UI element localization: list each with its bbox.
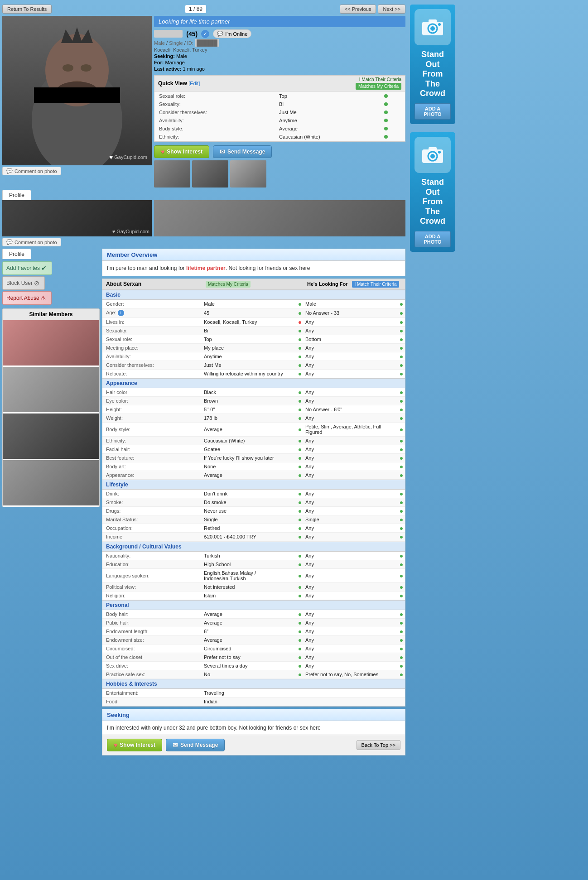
detail-label: Best feature: <box>102 454 202 462</box>
report-abuse-button[interactable]: Report Abuse ⚠ <box>2 291 52 305</box>
comment-on-photo-button[interactable]: 💬 Comment on photo <box>2 167 61 175</box>
similar-member-2[interactable] <box>3 367 99 412</box>
block-icon: ⊘ <box>33 279 41 287</box>
watermark: ♥ GayCupid.com <box>109 154 147 161</box>
detail-value: None <box>202 462 296 471</box>
profile-tab-small[interactable]: Profile <box>2 249 31 259</box>
profile-tabs: Profile <box>2 190 405 200</box>
looking-value <box>304 692 398 694</box>
looking-dot: ● <box>400 300 403 308</box>
return-to-results-button[interactable]: Return To Results <box>2 5 52 14</box>
looking-value: Any <box>304 344 398 352</box>
send-message-button[interactable]: ✉ Send Message <box>213 145 272 158</box>
detail-label: Availability: <box>102 352 202 361</box>
svg-rect-17 <box>429 147 437 150</box>
show-interest-button[interactable]: ♥ Show Interest <box>154 145 209 158</box>
match-dot-cell: ● <box>296 309 304 317</box>
table-row: Lives in: Kocaeli, Kocaeli, Turkey ● Any… <box>102 318 405 327</box>
detail-label: Drink: <box>102 490 202 498</box>
left-sidebar: Profile Add Favorites ✔ Block User ⊘ Rep… <box>2 249 100 755</box>
info-icon[interactable]: i <box>118 310 124 316</box>
next-button[interactable]: Next >> <box>378 5 405 14</box>
looking-value: Any <box>304 437 398 445</box>
table-row: Nationality: Turkish ● Any ● <box>102 552 405 560</box>
looking-dot-cell: ● <box>398 516 405 523</box>
similar-member-3[interactable] <box>3 414 99 459</box>
lifestyle-subsection-header: Lifestyle <box>102 480 405 490</box>
profile-tab[interactable]: Profile <box>2 190 31 200</box>
match-dot-cell: ● <box>296 524 304 532</box>
looking-dot: ● <box>400 426 403 433</box>
match-dot-cell: ● <box>296 426 304 433</box>
comment-on-photo-2-button[interactable]: 💬 Comment on photo <box>2 238 61 246</box>
similar-member-4[interactable] <box>3 460 99 505</box>
detail-value: Average <box>202 619 296 627</box>
qv-label: Sexual role: <box>155 92 275 100</box>
looking-dot: ● <box>400 583 403 591</box>
match-dot-cell: ● <box>296 336 304 343</box>
back-to-top-button[interactable]: Back To Top >> <box>357 740 400 750</box>
bottom-send-message-button[interactable]: ✉ Send Message <box>166 739 225 751</box>
bottom-show-interest-button[interactable]: ♥ Show Interest <box>107 739 162 751</box>
match-dot: ● <box>298 507 302 515</box>
match-dot-cell: ● <box>296 389 304 396</box>
profile-photo: ♥ GayCupid.com <box>2 16 152 165</box>
matches-my-criteria-header: Matches My Criteria <box>202 279 304 289</box>
detail-label: Nationality: <box>102 552 202 560</box>
match-dot: ● <box>298 397 302 404</box>
table-row: Education: High School ● Any ● <box>102 560 405 569</box>
quick-view-table: Sexual role: Top Sexuality: Bi Consider … <box>154 91 405 141</box>
match-dot: ● <box>298 533 302 540</box>
block-user-button[interactable]: Block User ⊘ <box>2 276 45 290</box>
qv-label: Consider themselves: <box>155 109 275 116</box>
looking-dot-cell: ● <box>398 662 405 669</box>
add-photo-button-1[interactable]: ADD A PHOTO <box>414 103 451 120</box>
match-dot-cell: ● <box>296 619 304 626</box>
thumbnail-1[interactable] <box>154 160 190 188</box>
basic-subsection-header: Basic <box>102 290 405 300</box>
detail-value: Goatee <box>202 445 296 453</box>
prev-button[interactable]: << Previous <box>340 5 376 14</box>
looking-dot-cell: ● <box>398 446 405 453</box>
for-row: For: Marriage <box>154 60 405 65</box>
looking-value: Any <box>304 471 398 479</box>
detail-value: Top <box>202 335 296 343</box>
qv-label: Body style: <box>155 125 275 132</box>
looking-dot-cell: ● <box>398 300 405 308</box>
table-row: Body art: None ● Any ● <box>102 462 405 471</box>
qv-dot <box>381 92 404 100</box>
detail-value: High School <box>202 560 296 568</box>
main-layout-row: Profile Add Favorites ✔ Block User ⊘ Rep… <box>2 249 405 755</box>
add-photo-button-2[interactable]: ADD A PHOTO <box>414 231 451 247</box>
looking-dot: ● <box>400 446 403 453</box>
looking-dot: ● <box>400 471 403 479</box>
thumbnail-2[interactable] <box>192 160 228 188</box>
detail-value: Caucasian (White) <box>202 437 296 445</box>
looking-value: Any <box>304 414 398 422</box>
qv-label: Sexuality: <box>155 101 275 108</box>
looking-value: Any <box>304 591 398 600</box>
match-dot-cell: ● <box>296 437 304 444</box>
detail-value: Turkish <box>202 552 296 560</box>
looking-value: Any <box>304 644 398 653</box>
looking-dot: ● <box>400 561 403 568</box>
detail-label: Income: <box>102 533 202 541</box>
looking-value: Any <box>304 507 398 515</box>
match-dot-cell: ● <box>296 628 304 635</box>
qv-value: Top <box>275 92 380 100</box>
edit-link[interactable]: [Edit] <box>188 81 200 86</box>
looking-value: Male <box>304 300 398 308</box>
match-dot-cell: ● <box>296 561 304 568</box>
add-favorites-button[interactable]: Add Favorites ✔ <box>2 261 52 275</box>
similar-member-1[interactable] <box>3 320 99 365</box>
online-badge: 💬 I'm Online <box>213 29 251 38</box>
looking-value: Any <box>304 619 398 627</box>
match-dot: ● <box>298 414 302 422</box>
detail-value: Indian <box>202 697 296 706</box>
looking-value: Any <box>304 388 398 396</box>
match-dot-cell: ● <box>296 499 304 506</box>
svg-point-6 <box>81 64 92 72</box>
looking-value: Any <box>304 636 398 644</box>
thumbnail-3[interactable] <box>230 160 266 188</box>
looking-dot: ● <box>400 636 403 644</box>
